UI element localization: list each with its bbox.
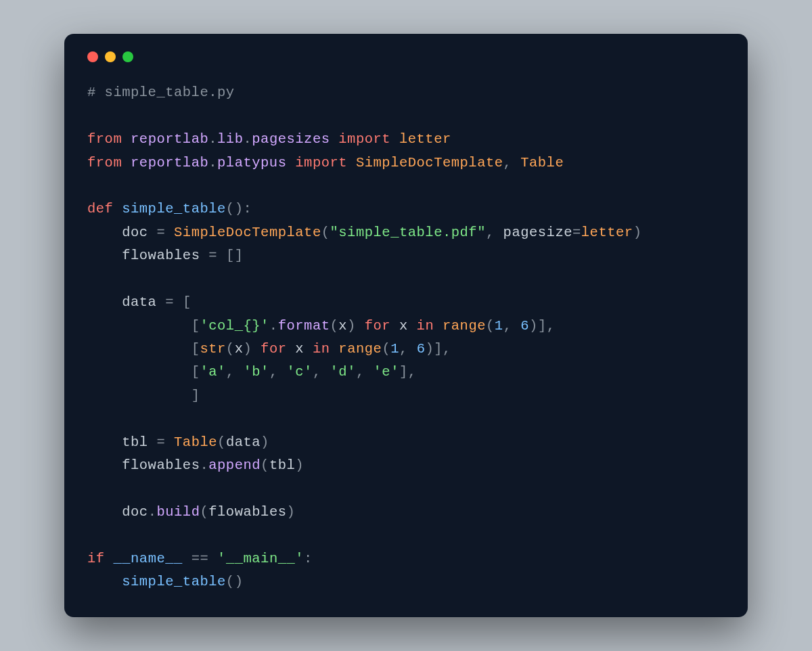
close-icon[interactable] <box>87 51 98 62</box>
class: SimpleDocTemplate <box>356 155 503 171</box>
ident: letter <box>399 131 451 147</box>
kw-def: def <box>87 201 113 217</box>
maximize-icon[interactable] <box>122 51 133 62</box>
kw-if: if <box>87 551 105 566</box>
window-traffic-lights <box>87 51 725 62</box>
kw-import: import <box>338 131 390 147</box>
class: Table <box>520 155 564 171</box>
kw-from: from <box>87 131 122 147</box>
dunder-name: __name__ <box>113 551 182 566</box>
kwarg: pagesize <box>503 225 572 240</box>
comment: # simple_table.py <box>87 85 235 100</box>
ident: doc <box>122 225 148 240</box>
code-block: # simple_table.py from reportlab.lib.pag… <box>87 81 725 594</box>
minimize-icon[interactable] <box>105 51 116 62</box>
func-name: simple_table <box>122 201 226 217</box>
code-window: # simple_table.py from reportlab.lib.pag… <box>64 34 748 617</box>
string: "simple_table.pdf" <box>330 225 486 240</box>
module: reportlab <box>131 131 208 147</box>
